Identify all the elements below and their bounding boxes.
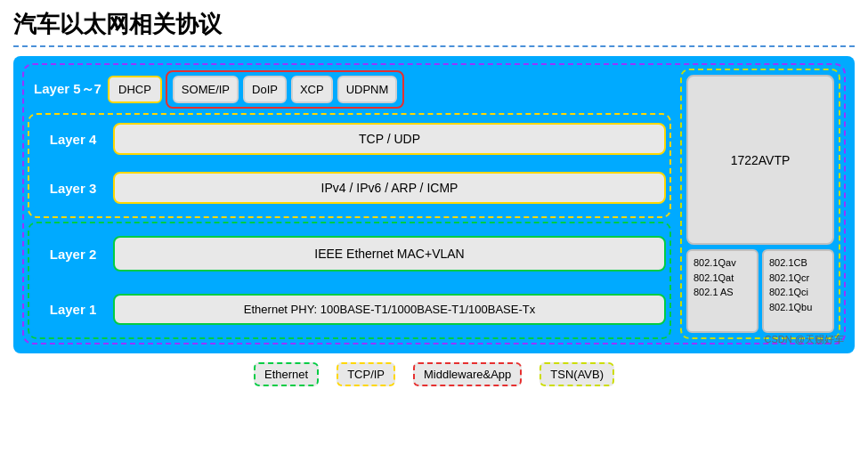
layer-57-content: DHCP SOME/IP DoIP XCP UDPNM — [108, 69, 671, 109]
tsn-right-item-2: 802.1Qci — [769, 285, 827, 300]
tsn-left-box: 802.1Qav 802.1Qat 802.1 AS — [686, 249, 758, 333]
right-panel: 1722AVTP 802.1Qav 802.1Qat 802.1 AS 802.… — [680, 69, 840, 339]
layer-row-3: Layer 3 IPv4 / IPv6 / ARP / ICMP — [33, 167, 666, 208]
layer-2-label: Layer 2 — [33, 227, 113, 280]
layer-4-content: TCP / UDP — [113, 118, 666, 159]
tsn-right-item-0: 802.1CB — [769, 255, 827, 271]
xcp-box: XCP — [291, 76, 333, 103]
layer-row-1: Layer 1 Ethernet PHY: 100BASE-T1/1000BAS… — [33, 288, 666, 329]
avtp-box: 1722AVTP — [686, 75, 834, 245]
ethernet-wrapper: Layer 2 IEEE Ethernet MAC+VLAN Layer 1 E… — [28, 222, 671, 339]
tsn-left-item-0: 802.1Qav — [694, 255, 751, 271]
ipv4-box: IPv4 / IPv6 / ARP / ICMP — [113, 172, 666, 204]
ieee-box: IEEE Ethernet MAC+VLAN — [113, 236, 666, 272]
layer-3-label: Layer 3 — [33, 167, 113, 208]
layer-row-57: Layer 5～7 DHCP SOME/IP DoIP XCP UDPNM — [28, 69, 671, 109]
someip-box: SOME/IP — [173, 76, 239, 103]
layer-3-content: IPv4 / IPv6 / ARP / ICMP — [113, 167, 666, 208]
tcp-udp-box: TCP / UDP — [113, 123, 666, 155]
phy-box: Ethernet PHY: 100BASE-T1/1000BASE-T1/100… — [113, 294, 666, 325]
udpnm-box: UDPNM — [337, 76, 398, 103]
layer-row-2: Layer 2 IEEE Ethernet MAC+VLAN — [33, 227, 666, 280]
page-title: 汽车以太网相关协议 — [13, 9, 855, 40]
legend-item-middleware: Middleware&App — [413, 362, 522, 386]
outer-frame: Layer 5～7 DHCP SOME/IP DoIP XCP UDPNM — [22, 63, 846, 344]
tsn-right-item-1: 802.1Qcr — [769, 271, 827, 286]
legend-box-middleware: Middleware&App — [413, 362, 522, 386]
doip-box: DoIP — [243, 76, 287, 103]
left-frame: Layer 5～7 DHCP SOME/IP DoIP XCP UDPNM — [28, 69, 671, 339]
tsn-left-item-1: 802.1Qat — [694, 271, 751, 286]
layer-2-content: IEEE Ethernet MAC+VLAN — [113, 227, 666, 280]
layer-row-4: Layer 4 TCP / UDP — [33, 118, 666, 159]
legend: Ethernet TCP/IP Middleware&App TSN(AVB) — [13, 362, 855, 386]
layer-4-label: Layer 4 — [33, 118, 113, 159]
layer-57-label: Layer 5～7 — [28, 69, 108, 109]
legend-item-tcpip: TCP/IP — [337, 362, 395, 386]
legend-box-tsn: TSN(AVB) — [539, 362, 614, 386]
tsn-boxes: 802.1Qav 802.1Qat 802.1 AS 802.1CB 802.1… — [686, 249, 834, 333]
legend-item-tsn: TSN(AVB) — [539, 362, 614, 386]
layer-1-content: Ethernet PHY: 100BASE-T1/1000BASE-T1/100… — [113, 288, 666, 329]
tsn-left-item-2: 802.1 AS — [694, 285, 751, 300]
legend-item-ethernet: Ethernet — [254, 362, 319, 386]
watermark: CSDN @天赐好车 — [765, 333, 844, 346]
divider — [13, 45, 855, 47]
tsn-right-box: 802.1CB 802.1Qcr 802.1Qci 802.1Qbu — [762, 249, 834, 333]
legend-box-ethernet: Ethernet — [254, 362, 319, 386]
legend-box-tcpip: TCP/IP — [337, 362, 395, 386]
diagram-container: Layer 5～7 DHCP SOME/IP DoIP XCP UDPNM — [13, 56, 855, 353]
tsn-right-item-3: 802.1Qbu — [769, 300, 827, 315]
layer-1-label: Layer 1 — [33, 288, 113, 329]
middleware-group: SOME/IP DoIP XCP UDPNM — [166, 70, 405, 109]
tcp-ip-wrapper: Layer 4 TCP / UDP Layer 3 IPv4 / IPv6 / … — [28, 113, 671, 218]
dhcp-box: DHCP — [108, 76, 162, 103]
